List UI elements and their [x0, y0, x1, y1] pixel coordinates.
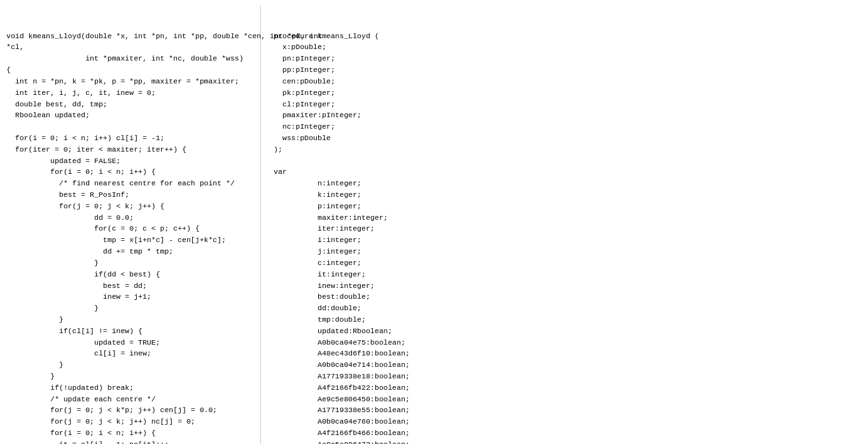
- code-line: if(cl[i] != inew) {: [6, 326, 254, 337]
- code-line: {: [6, 64, 254, 76]
- code-line: /* update each centre */: [6, 394, 254, 405]
- code-line: for(i = 0; i < n; i++) {: [6, 166, 254, 178]
- code-line: Ae9c5e806472:boolean;: [274, 439, 855, 444]
- code-line: nc:pInteger;: [274, 121, 855, 132]
- code-line: for(j = 0; j < k*p; j++) cen[j] = 0.0;: [6, 405, 254, 416]
- code-line: Rboolean updated;: [6, 110, 254, 121]
- code-line: int iter, i, j, c, it, inew = 0;: [6, 87, 254, 99]
- code-line: cl[i] = inew;: [6, 348, 254, 359]
- code-line: iter:integer;: [274, 223, 855, 234]
- code-line: for(iter = 0; iter < maxiter; iter++) {: [6, 144, 254, 155]
- code-line: double best, dd, tmp;: [6, 99, 254, 110]
- code-line: tmp = x[i+n*c] - cen[j+k*c];: [6, 234, 254, 246]
- code-line: for(i = 0; i < n; i++) {: [6, 427, 254, 439]
- code-line: i:integer;: [274, 234, 855, 246]
- right-code-panel: procedure kmeans_Lloyd ( x:pDouble; pn:p…: [261, 5, 868, 444]
- code-line: var: [274, 166, 855, 178]
- code-line: void kmeans_Lloyd(double *x, int *pn, in…: [6, 31, 254, 42]
- code-line: for(i = 0; i < n; i++) cl[i] = -1;: [6, 132, 254, 144]
- code-line: for(j = 0; j < k; j++) nc[j] = 0;: [6, 416, 254, 427]
- code-line: if(!updated) break;: [6, 382, 254, 394]
- code-line: pn:pInteger;: [274, 53, 855, 64]
- code-line: if(dd < best) {: [6, 269, 254, 280]
- code-line: A17719338e55:boolean;: [274, 405, 855, 416]
- code-line: updated = FALSE;: [6, 155, 254, 167]
- code-line: cl:pInteger;: [274, 99, 855, 110]
- right-code-content: procedure kmeans_Lloyd ( x:pDouble; pn:p…: [274, 31, 855, 444]
- code-line: int n = *pn, k = *pk, p = *pp, maxiter =…: [6, 76, 254, 87]
- left-code-content: void kmeans_Lloyd(double *x, int *pn, in…: [6, 31, 254, 444]
- code-line: it:integer;: [274, 269, 855, 280]
- code-line: cen:pDouble;: [274, 76, 855, 87]
- code-line: updated = TRUE;: [6, 337, 254, 348]
- code-line: for(c = 0; c < p; c++) {: [6, 223, 254, 234]
- code-line: [274, 155, 855, 167]
- code-line: A0b0ca04e75:boolean;: [274, 337, 855, 348]
- code-line: }: [6, 314, 254, 326]
- code-line: j:integer;: [274, 246, 855, 257]
- code-line: A0b0ca04e760:boolean;: [274, 416, 855, 427]
- code-line: best:double;: [274, 291, 855, 303]
- left-code-panel: void kmeans_Lloyd(double *x, int *pn, in…: [0, 5, 261, 444]
- code-line: }: [6, 257, 254, 269]
- code-line: dd = 0.0;: [6, 212, 254, 224]
- code-line: best = R_PosInf;: [6, 189, 254, 201]
- code-line: *cl,: [6, 41, 254, 53]
- code-line: pmaxiter:pInteger;: [274, 110, 855, 121]
- code-line: updated:Rboolean;: [274, 326, 855, 337]
- code-line: }: [6, 359, 254, 371]
- code-line: it = cl[i] - 1; nc[it]++;: [6, 439, 254, 444]
- code-line: A17719338e18:boolean;: [274, 371, 855, 382]
- code-line: maxiter:integer;: [274, 212, 855, 224]
- code-line: int *pmaxiter, int *nc, double *wss): [6, 53, 254, 64]
- code-line: A0b0ca04e714:boolean;: [274, 359, 855, 371]
- code-line: best = dd;: [6, 280, 254, 292]
- code-line: inew = j+1;: [6, 291, 254, 303]
- code-line: pp:pInteger;: [274, 64, 855, 76]
- code-line: inew:integer;: [274, 280, 855, 292]
- code-line: dd += tmp * tmp;: [6, 246, 254, 257]
- code-line: );: [274, 144, 855, 155]
- code-line: wss:pDouble: [274, 132, 855, 144]
- code-line: p:integer;: [274, 201, 855, 212]
- code-line: k:integer;: [274, 189, 855, 201]
- code-line: Ae9c5e806450:boolean;: [274, 394, 855, 405]
- code-line: x:pDouble;: [274, 41, 855, 53]
- code-line: for(j = 0; j < k; j++) {: [6, 201, 254, 212]
- main-container: void kmeans_Lloyd(double *x, int *pn, in…: [0, 0, 868, 444]
- code-line: n:integer;: [274, 178, 855, 189]
- code-line: /* find nearest centre for each point */: [6, 178, 254, 189]
- code-line: }: [6, 303, 254, 314]
- code-line: A4f2166fb466:boolean;: [274, 427, 855, 439]
- code-line: A4f2166fb422:boolean;: [274, 382, 855, 394]
- code-line: c:integer;: [274, 257, 855, 269]
- code-line: tmp:double;: [274, 314, 855, 326]
- code-line: }: [6, 371, 254, 382]
- code-line: [6, 121, 254, 132]
- code-line: dd:double;: [274, 303, 855, 314]
- code-line: procedure kmeans_Lloyd (: [274, 31, 855, 42]
- code-line: A48ec43d6f10:boolean;: [274, 348, 855, 359]
- code-line: pk:pInteger;: [274, 87, 855, 99]
